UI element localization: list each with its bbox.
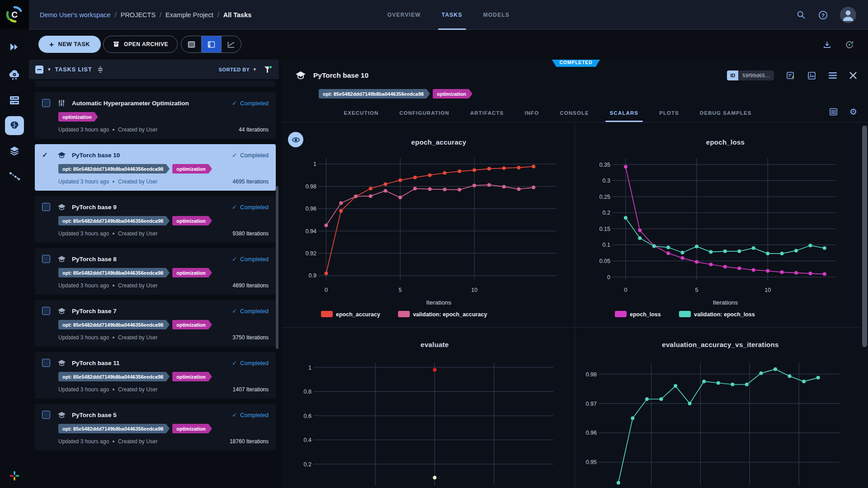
help-icon[interactable]: ? (818, 10, 828, 20)
task-checkbox[interactable] (42, 411, 50, 419)
new-task-button[interactable]: + NEW TASK (38, 36, 101, 53)
chart-view-toggle[interactable] (221, 36, 241, 52)
tasks-list-scrollbar[interactable] (276, 186, 278, 349)
header-tab-overview[interactable]: OVERVIEW (387, 0, 421, 30)
download-icon[interactable] (822, 40, 832, 50)
tag-optimization[interactable]: optimization (172, 268, 212, 277)
detail-tab-scalars[interactable]: SCALARS (610, 104, 638, 122)
task-checkbox[interactable] (42, 307, 50, 315)
filter-funnel-icon[interactable] (263, 65, 273, 74)
task-tags: opt: 85e5482ddd7149b8ba0446356eedca98opt… (58, 424, 269, 433)
task-card[interactable]: PyTorch base 7 ✓Completed opt: 85e5482dd… (35, 300, 276, 347)
metrics-table-icon[interactable] (829, 108, 838, 116)
meta-separator-dot (113, 441, 114, 442)
top-header: Demo User's workspace/PROJECTS/Example P… (29, 0, 868, 30)
sidebar-item-datasets[interactable] (0, 138, 29, 164)
task-title: PyTorch base 8 (72, 256, 117, 263)
tag-optimization[interactable]: optimization (172, 320, 212, 329)
detail-tab-artifacts[interactable]: ARTIFACTS (470, 104, 504, 122)
task-card[interactable]: PyTorch base 8 ✓Completed opt: 85e5482dd… (35, 248, 276, 295)
select-all-checkbox[interactable] (35, 66, 43, 74)
svg-text:0.98: 0.98 (586, 371, 597, 378)
detail-tab-console[interactable]: CONSOLE (560, 104, 589, 122)
tag-optimization[interactable]: optimization (172, 372, 212, 381)
task-checkbox[interactable] (42, 255, 50, 263)
close-icon[interactable] (849, 71, 857, 80)
chart-evaluate[interactable]: evaluate10.80.60.40.2 (282, 328, 575, 488)
status-check-icon: ✓ (232, 256, 237, 263)
tag-opt-id[interactable]: opt: 85e5482ddd7149b8ba0446356eedca98 (319, 89, 430, 99)
task-card[interactable]: PyTorch base 5 ✓Completed opt: 85e5482dd… (35, 404, 276, 450)
search-icon[interactable] (796, 10, 806, 20)
task-card[interactable]: PyTorch base 11 ✓Completed opt: 85e5482d… (35, 352, 276, 399)
menu-icon[interactable] (828, 71, 837, 80)
task-checkbox[interactable] (42, 203, 50, 211)
tag-opt-id[interactable]: opt: 85e5482ddd7149b8ba0446356eedca98 (58, 372, 170, 381)
chart-evaluation_accuracy_vs_iterations[interactable]: evaluation_accuracy_vs_iterations0.980.9… (575, 328, 861, 488)
header-tab-models[interactable]: MODELS (483, 0, 510, 30)
detail-tab-debug-samples[interactable]: DEBUG SAMPLES (700, 104, 752, 122)
tag-opt-id[interactable]: opt: 85e5482ddd7149b8ba0446356eedca98 (58, 268, 170, 277)
task-creator: Created by User (118, 438, 157, 445)
task-type-icon (57, 151, 66, 159)
task-checkbox[interactable] (42, 99, 50, 107)
sidebar-expand-icon[interactable] (0, 34, 29, 60)
task-card-partial[interactable] (35, 80, 276, 87)
chart-cell-evaluate[interactable]: evaluate10.80.60.40.2 (282, 328, 575, 488)
detail-tab-plots[interactable]: PLOTS (659, 104, 679, 122)
task-iterations: 3750 Iterations (233, 334, 269, 341)
tag-opt-id[interactable]: opt: 85e5482ddd7149b8ba0446356eedca98 (58, 216, 170, 225)
task-iterations: 18760 Iterations (230, 438, 269, 445)
slack-icon[interactable] (0, 471, 29, 481)
tag-optimization[interactable]: optimization (172, 164, 212, 174)
hide-plots-eye-button[interactable] (288, 132, 303, 147)
description-icon[interactable] (786, 71, 795, 80)
settings-gear-icon[interactable]: ⚙ (849, 108, 857, 116)
chart-cell-epoch-loss[interactable]: epoch_loss0.350.30.250.20.150.10.0500510… (575, 122, 861, 328)
task-card[interactable]: ✓ PyTorch base 10 ✓Completed opt: 85e548… (35, 144, 276, 191)
task-updated: Updated 3 hours ago (58, 178, 109, 185)
open-archive-button[interactable]: OPEN ARCHIVE (103, 36, 178, 53)
task-iterations: 9380 Iterations (233, 230, 269, 237)
svg-text:epoch_loss: epoch_loss (630, 311, 661, 318)
svg-text:evaluation_accuracy_vs_iterati: evaluation_accuracy_vs_iterations (662, 341, 778, 348)
detail-tab-info[interactable]: INFO (524, 104, 539, 122)
select-all-caret-icon[interactable]: ▾ (48, 66, 51, 72)
table-view-toggle[interactable] (181, 36, 201, 52)
tag-opt-id[interactable]: opt: 85e5482ddd7149b8ba0446356eedca98 (58, 164, 170, 174)
tag-optimization[interactable]: optimization (172, 424, 212, 433)
split-view-toggle[interactable] (201, 36, 221, 52)
detail-tab-configuration[interactable]: CONFIGURATION (399, 104, 449, 122)
chart-epoch_loss[interactable]: epoch_loss0.350.30.250.20.150.10.0500510… (575, 122, 861, 328)
task-updated: Updated 3 hours ago (58, 282, 109, 289)
preview-image-icon[interactable] (807, 71, 816, 80)
detail-scrollbar[interactable] (862, 126, 867, 347)
auto-refresh-icon[interactable] (844, 40, 854, 50)
sorted-by-control[interactable]: SORTED BY ▾ (219, 66, 256, 72)
svg-text:0.8: 0.8 (304, 389, 311, 395)
tag-optimization[interactable]: optimization (172, 216, 212, 225)
svg-text:0.96: 0.96 (586, 430, 597, 436)
clearml-logo[interactable]: C (0, 0, 29, 29)
chart-cell-epoch-accuracy[interactable]: epoch_accuracy10.980.960.940.920.90510It… (282, 122, 575, 328)
tag-opt-id[interactable]: opt: 85e5482ddd7149b8ba0446356eedca98 (58, 320, 170, 329)
tag-optimization[interactable]: optimization (58, 112, 98, 122)
chart-epoch_accuracy[interactable]: epoch_accuracy10.980.960.940.920.90510It… (282, 122, 575, 328)
chart-cell-evaluation-accuracy[interactable]: evaluation_accuracy_vs_iterations0.980.9… (575, 328, 861, 488)
sidebar-item-pipelines[interactable] (0, 164, 29, 189)
task-card[interactable]: PyTorch base 9 ✓Completed opt: 85e5482dd… (35, 196, 276, 243)
detail-tab-execution[interactable]: EXECUTION (344, 104, 378, 122)
sidebar-item-workers-queues[interactable] (0, 88, 29, 113)
svg-text:0.94: 0.94 (306, 228, 316, 235)
tag-opt-id[interactable]: opt: 85e5482ddd7149b8ba0446356eedca98 (58, 424, 170, 433)
status-label: Completed (240, 360, 269, 366)
task-id-chip[interactable]: ID 59f99d65... (727, 70, 774, 80)
sidebar-item-projects[interactable] (0, 113, 29, 138)
task-card[interactable]: Automatic Hyperparameter Optimization ✓C… (35, 92, 276, 139)
row-density-icon[interactable] (97, 66, 104, 73)
task-checkbox[interactable] (42, 359, 50, 367)
tag-optimization[interactable]: optimization (433, 89, 472, 99)
user-avatar[interactable] (840, 7, 856, 23)
header-tab-tasks[interactable]: TASKS (442, 0, 462, 30)
sidebar-item-autoscalers[interactable] (0, 62, 29, 88)
